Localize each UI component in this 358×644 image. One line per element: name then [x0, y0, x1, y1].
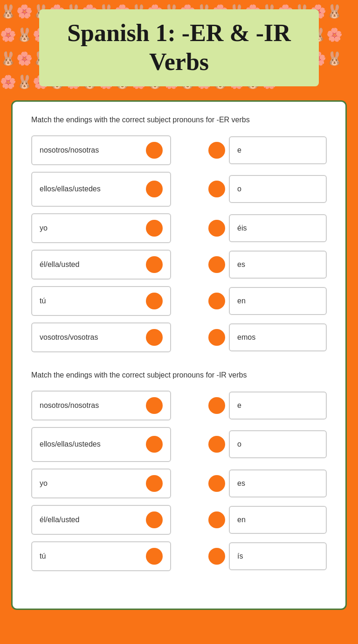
er-right-text-5: en — [237, 297, 246, 305]
ir-left-card-3[interactable]: yo — [31, 469, 171, 498]
ir-right-card-1[interactable]: e — [229, 392, 327, 420]
ir-right-dot-2[interactable] — [208, 436, 225, 453]
table-row: nosotros/nosotras e — [31, 135, 327, 165]
er-left-dot-4[interactable] — [146, 256, 163, 273]
table-row: ellos/ellas/ustedes o — [31, 172, 327, 207]
er-left-card-3[interactable]: yo — [31, 213, 171, 243]
er-right-text-3: éis — [237, 224, 247, 232]
er-left-text-5: tú — [40, 297, 46, 305]
er-left-dot-5[interactable] — [146, 293, 163, 309]
er-right-wrapper-3: éis — [208, 214, 327, 242]
er-right-card-4[interactable]: es — [229, 251, 327, 279]
ir-right-dot-4[interactable] — [208, 511, 225, 528]
er-left-dot-6[interactable] — [146, 329, 163, 346]
ir-right-wrapper-1: e — [208, 392, 327, 420]
er-right-wrapper-6: emos — [208, 323, 327, 351]
er-right-dot-1[interactable] — [208, 142, 225, 159]
ir-left-dot-2[interactable] — [146, 436, 163, 453]
ir-left-dot-1[interactable] — [146, 397, 163, 414]
ir-left-card-2[interactable]: ellos/ellas/ustedes — [31, 427, 171, 462]
er-left-text-6: vosotros/vosotras — [40, 333, 98, 342]
ir-right-card-4[interactable]: en — [229, 506, 327, 534]
title-box: Spanish 1: -ER & -IR Verbs — [39, 9, 319, 86]
header-section: Spanish 1: -ER & -IR Verbs — [0, 0, 358, 100]
table-row: él/ella/usted en — [31, 505, 327, 535]
er-left-text-4: él/ella/usted — [40, 260, 79, 269]
table-row: yo es — [31, 469, 327, 498]
er-right-dot-5[interactable] — [208, 293, 225, 309]
ir-match-grid: nosotros/nosotras e ellos/ellas/ustedes — [31, 391, 327, 571]
ir-right-text-5: ís — [237, 552, 243, 560]
ir-left-dot-5[interactable] — [146, 548, 163, 565]
ir-right-wrapper-4: en — [208, 506, 327, 534]
er-right-dot-2[interactable] — [208, 181, 225, 197]
page-wrapper: Spanish 1: -ER & -IR Verbs Match the end… — [0, 0, 358, 619]
er-right-wrapper-1: e — [208, 136, 327, 164]
er-right-dot-4[interactable] — [208, 256, 225, 273]
ir-right-dot-1[interactable] — [208, 397, 225, 414]
ir-left-text-3: yo — [40, 479, 48, 488]
er-left-dot-1[interactable] — [146, 142, 163, 159]
ir-right-wrapper-5: ís — [208, 542, 327, 570]
table-row: él/ella/usted es — [31, 250, 327, 280]
er-left-dot-3[interactable] — [146, 220, 163, 237]
er-right-dot-3[interactable] — [208, 220, 225, 237]
ir-right-text-4: en — [237, 516, 246, 524]
er-left-text-3: yo — [40, 224, 48, 232]
table-row: tú ís — [31, 541, 327, 571]
er-right-text-1: e — [237, 146, 241, 154]
table-row: vosotros/vosotras emos — [31, 322, 327, 352]
er-left-card-1[interactable]: nosotros/nosotras — [31, 135, 171, 165]
er-left-dot-2[interactable] — [146, 181, 163, 197]
ir-right-dot-5[interactable] — [208, 548, 225, 565]
er-right-card-1[interactable]: e — [229, 136, 327, 164]
er-left-card-2[interactable]: ellos/ellas/ustedes — [31, 172, 171, 207]
er-right-wrapper-2: o — [208, 175, 327, 203]
er-right-text-4: es — [237, 260, 245, 269]
ir-right-wrapper-2: o — [208, 430, 327, 458]
ir-left-card-1[interactable]: nosotros/nosotras — [31, 391, 171, 420]
ir-left-card-5[interactable]: tú — [31, 541, 171, 571]
ir-right-text-3: es — [237, 479, 245, 488]
ir-left-text-2: ellos/ellas/ustedes — [40, 440, 101, 448]
ir-right-wrapper-3: es — [208, 469, 327, 497]
main-content: Match the endings with the correct subje… — [11, 100, 347, 610]
er-left-text-1: nosotros/nosotras — [40, 146, 99, 154]
er-left-card-4[interactable]: él/ella/usted — [31, 250, 171, 280]
page-title: Spanish 1: -ER & -IR Verbs — [53, 19, 305, 77]
table-row: ellos/ellas/ustedes o — [31, 427, 327, 462]
er-right-card-3[interactable]: éis — [229, 214, 327, 242]
er-section-label: Match the endings with the correct subje… — [31, 116, 327, 124]
er-right-text-6: emos — [237, 333, 255, 342]
er-right-wrapper-4: es — [208, 251, 327, 279]
ir-right-text-2: o — [237, 440, 241, 448]
er-right-card-5[interactable]: en — [229, 287, 327, 315]
ir-left-card-4[interactable]: él/ella/usted — [31, 505, 171, 535]
ir-section-label: Match the endings with the correct subje… — [31, 371, 327, 379]
ir-left-text-5: tú — [40, 552, 46, 560]
er-right-dot-6[interactable] — [208, 329, 225, 346]
ir-right-text-1: e — [237, 401, 241, 410]
ir-right-card-2[interactable]: o — [229, 430, 327, 458]
ir-right-card-5[interactable]: ís — [229, 542, 327, 570]
ir-right-card-3[interactable]: es — [229, 469, 327, 497]
ir-left-dot-4[interactable] — [146, 511, 163, 528]
er-match-grid: nosotros/nosotras e ellos/ellas/ustedes — [31, 135, 327, 352]
er-right-text-2: o — [237, 185, 241, 193]
er-right-wrapper-5: en — [208, 287, 327, 315]
er-left-card-6[interactable]: vosotros/vosotras — [31, 322, 171, 352]
ir-right-dot-3[interactable] — [208, 475, 225, 492]
table-row: tú en — [31, 286, 327, 316]
table-row: yo éis — [31, 213, 327, 243]
ir-left-text-4: él/ella/usted — [40, 516, 79, 524]
ir-left-text-1: nosotros/nosotras — [40, 401, 99, 410]
er-left-text-2: ellos/ellas/ustedes — [40, 185, 101, 193]
table-row: nosotros/nosotras e — [31, 391, 327, 420]
er-right-card-2[interactable]: o — [229, 175, 327, 203]
er-right-card-6[interactable]: emos — [229, 323, 327, 351]
ir-left-dot-3[interactable] — [146, 475, 163, 492]
er-left-card-5[interactable]: tú — [31, 286, 171, 316]
